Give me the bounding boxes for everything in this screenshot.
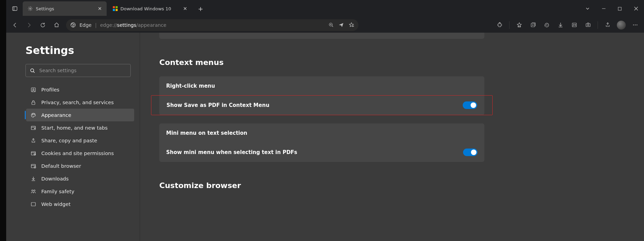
sidebar-item-profiles[interactable]: Profiles — [26, 83, 134, 96]
screenshot-icon[interactable] — [582, 19, 594, 31]
search-input[interactable] — [39, 68, 126, 73]
previous-card-bottom — [159, 33, 484, 39]
chevron-down-icon[interactable] — [579, 3, 595, 15]
math-icon[interactable] — [568, 19, 580, 31]
context-menu-card: Right-click menu Show Save as PDF in Con… — [159, 76, 484, 115]
svg-rect-34 — [32, 102, 35, 105]
window-controls — [579, 3, 644, 15]
svg-point-50 — [34, 190, 35, 191]
sidebar-item-label: Downloads — [41, 176, 69, 182]
collections-icon[interactable] — [527, 19, 539, 31]
browser-chrome: Settings ✕ Download Windows 10 ✕ + Edge … — [6, 0, 644, 33]
sidebar-item-label: Start, home, and new tabs — [41, 125, 108, 131]
edge-icon — [70, 22, 76, 28]
svg-point-41 — [35, 128, 35, 129]
sidebar-item-appearance[interactable]: Appearance — [26, 109, 134, 121]
windows-icon — [113, 6, 118, 11]
svg-rect-3 — [113, 6, 115, 8]
sidebar-item-cookies[interactable]: Cookies and site permissions — [26, 147, 134, 160]
sidebar-item-label: Cookies and site permissions — [41, 151, 114, 156]
tab-title: Download Windows 10 — [120, 6, 179, 11]
svg-point-35 — [32, 114, 33, 115]
toggle-mini-menu-pdf[interactable] — [463, 149, 477, 156]
search-icon — [30, 68, 35, 73]
close-tab-icon[interactable]: ✕ — [96, 5, 103, 12]
sidebar-item-label: Privacy, search, and services — [41, 100, 114, 105]
sidebar-item-label: Profiles — [41, 87, 60, 92]
toggle-save-as-pdf[interactable] — [463, 101, 477, 109]
svg-point-37 — [34, 114, 35, 114]
download-icon — [30, 176, 36, 182]
svg-point-2 — [30, 8, 31, 9]
svg-point-27 — [633, 24, 634, 25]
separator: | — [95, 22, 97, 28]
svg-line-31 — [33, 72, 35, 73]
sidebar-item-web-widget[interactable]: Web widget — [26, 198, 134, 210]
svg-rect-38 — [31, 126, 35, 130]
toolbar-right — [493, 19, 641, 31]
url-text: edge://settings/appearance — [100, 22, 167, 28]
row-right-click-menu: Right-click menu — [159, 76, 484, 96]
gear-icon — [28, 6, 33, 11]
mini-menu-card: Mini menu on text selection Show mini me… — [159, 123, 484, 162]
profile-avatar[interactable] — [615, 19, 627, 31]
sidebar-item-family[interactable]: Family safety — [26, 185, 134, 198]
address-bar[interactable]: Edge | edge://settings/appearance — [66, 19, 358, 31]
profile-icon — [30, 87, 36, 92]
forward-button[interactable] — [23, 19, 35, 31]
zoom-icon[interactable] — [329, 22, 334, 28]
sidebar-item-label: Default browser — [41, 163, 81, 169]
back-button[interactable] — [9, 19, 21, 31]
sidebar-item-downloads[interactable]: Downloads — [26, 172, 134, 185]
favorite-icon[interactable] — [348, 22, 354, 28]
maximize-button[interactable] — [612, 3, 628, 15]
page-title: Settings — [25, 44, 134, 56]
section-context-menus: Context menus — [159, 58, 630, 67]
share-icon[interactable] — [601, 19, 614, 31]
new-tab-button[interactable]: + — [195, 3, 206, 14]
svg-rect-51 — [31, 202, 35, 206]
brand-label: Edge — [79, 22, 92, 28]
close-tab-icon[interactable]: ✕ — [182, 5, 189, 12]
settings-content: Context menus Right-click menu Show Save… — [140, 33, 644, 241]
search-settings[interactable] — [25, 64, 131, 77]
tab-actions-button[interactable] — [8, 2, 21, 15]
share-icon — [30, 138, 36, 143]
home-button[interactable] — [50, 19, 63, 31]
section-customize-browser: Customize browser — [159, 181, 630, 190]
sidebar-item-label: Appearance — [41, 112, 71, 118]
settings-sidebar: Settings Profiles Privacy, search, and s… — [6, 33, 140, 241]
highlighted-setting: Show Save as PDF in Context Menu — [151, 95, 493, 115]
svg-point-30 — [31, 69, 34, 72]
history-icon[interactable] — [540, 19, 553, 31]
sidebar-item-label: Web widget — [41, 201, 71, 207]
favorites-icon[interactable] — [513, 19, 525, 31]
close-button[interactable] — [628, 3, 644, 15]
row-mini-menu-pdf: Show mini menu when selecting text in PD… — [159, 143, 484, 162]
sidebar-item-privacy[interactable]: Privacy, search, and services — [26, 96, 134, 109]
lock-icon — [30, 100, 36, 105]
svg-point-29 — [636, 24, 637, 25]
svg-point-26 — [587, 24, 589, 26]
sidebar-item-start[interactable]: Start, home, and new tabs — [26, 121, 134, 134]
svg-point-33 — [33, 88, 34, 90]
refresh-button[interactable] — [36, 19, 49, 31]
setting-label: Show mini menu when selecting text in PD… — [166, 149, 297, 155]
downloads-icon[interactable] — [554, 19, 567, 31]
minimize-button[interactable] — [595, 3, 612, 15]
more-icon[interactable] — [629, 19, 641, 31]
svg-rect-4 — [116, 6, 118, 8]
tab-download-windows[interactable]: Download Windows 10 ✕ — [108, 1, 192, 16]
extensions-icon[interactable] — [493, 19, 506, 31]
svg-rect-8 — [618, 7, 621, 10]
window-icon — [30, 125, 36, 131]
address-actions — [329, 22, 354, 28]
tab-settings[interactable]: Settings ✕ — [23, 1, 107, 16]
widget-icon — [30, 201, 36, 207]
sidebar-item-share[interactable]: Share, copy and paste — [26, 134, 134, 147]
row-save-as-pdf: Show Save as PDF in Context Menu — [151, 96, 492, 115]
send-icon[interactable] — [339, 22, 344, 28]
sidebar-item-default-browser[interactable]: Default browser — [26, 160, 134, 172]
svg-rect-25 — [586, 24, 590, 27]
sidebar-item-label: Share, copy and paste — [41, 138, 97, 143]
